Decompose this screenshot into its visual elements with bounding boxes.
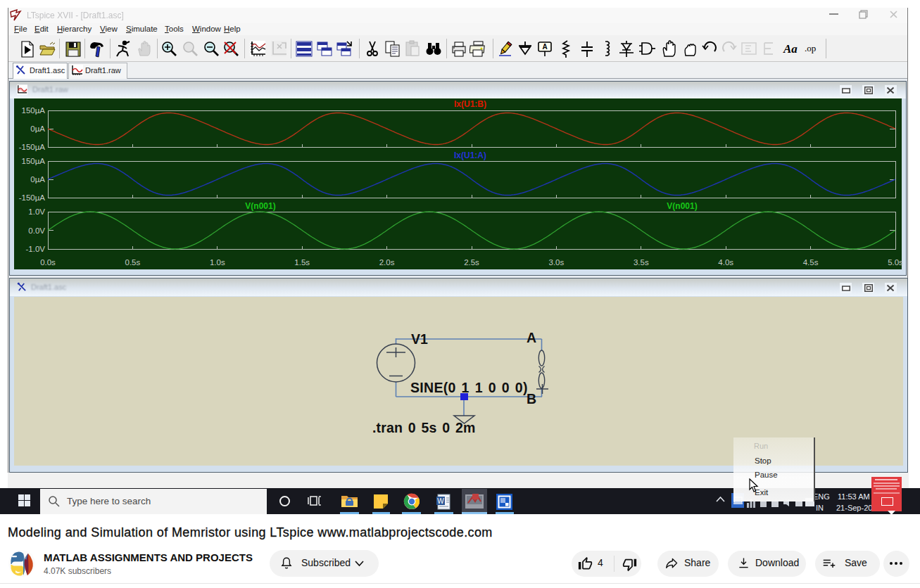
svg-text:Aa: Aa [783, 42, 798, 56]
svg-text:0µA: 0µA [30, 175, 45, 184]
svg-text:3.0s: 3.0s [549, 258, 565, 267]
svg-text:150µA: 150µA [22, 106, 46, 115]
svg-text:-1.0V: -1.0V [26, 245, 46, 253]
svg-text:W: W [437, 497, 444, 505]
svg-text:V(n001): V(n001) [245, 201, 275, 211]
svg-text:0.0s: 0.0s [40, 258, 56, 267]
svg-text:2.0s: 2.0s [379, 258, 395, 267]
svg-text:1.0s: 1.0s [210, 258, 225, 267]
svg-text:1.0V: 1.0V [28, 207, 45, 216]
svg-text:-150µA: -150µA [19, 143, 46, 151]
svg-text:5.0s: 5.0s [888, 258, 903, 267]
svg-text:150µA: 150µA [22, 157, 46, 165]
svg-text:0.0V: 0.0V [28, 226, 45, 235]
svg-text:0µA: 0µA [30, 124, 45, 133]
svg-text:4.0s: 4.0s [718, 258, 733, 267]
svg-text:A: A [542, 43, 547, 51]
svg-text:1.5s: 1.5s [294, 258, 310, 267]
svg-text:Ix(U1:A): Ix(U1:A) [454, 151, 486, 160]
svg-text:2.5s: 2.5s [464, 258, 479, 267]
svg-text:Ix(U1:B): Ix(U1:B) [454, 99, 486, 109]
svg-text:V(n001): V(n001) [667, 201, 697, 211]
svg-text:4.5s: 4.5s [803, 258, 819, 267]
svg-text:-150µA: -150µA [19, 193, 46, 202]
svg-text:3.5s: 3.5s [634, 258, 649, 267]
svg-text:0.5s: 0.5s [125, 258, 141, 267]
svg-text:.op: .op [805, 43, 816, 53]
